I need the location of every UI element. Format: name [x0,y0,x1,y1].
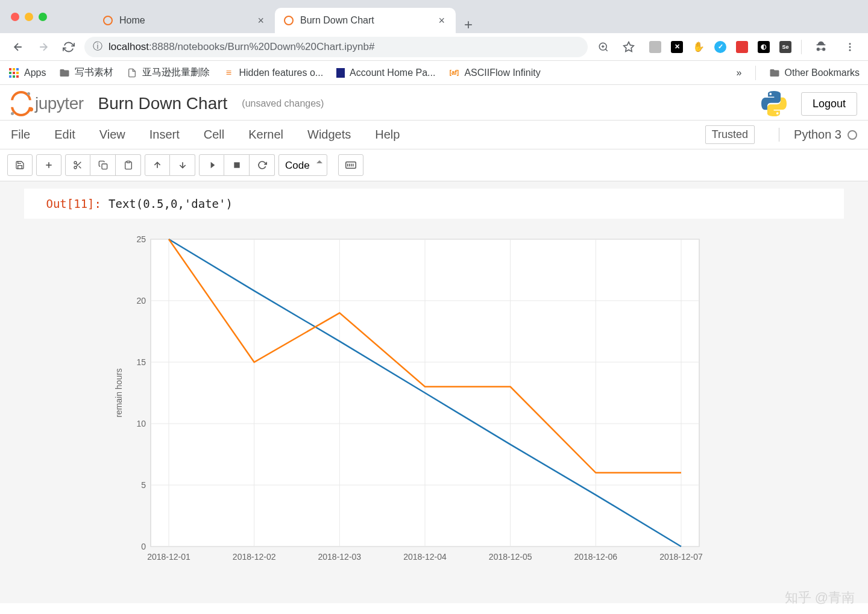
move-down-button[interactable] [170,154,195,176]
toolbar: Code [0,149,868,181]
save-button[interactable] [7,154,33,176]
svg-rect-9 [13,68,15,70]
python-logo-icon [761,91,787,116]
tab-title: Burn Down Chart [300,15,430,26]
notebook-area: Out[11]: Text(0.5,0,'date') 051015202520… [0,181,868,603]
extension-icon[interactable]: Se [779,41,791,53]
extension-icon[interactable]: ✓ [714,41,726,53]
divider [755,66,756,80]
cell-type-select-wrap: Code [278,154,327,176]
tab-close-icon[interactable]: × [436,13,447,28]
cut-button[interactable] [65,154,90,176]
kernel-indicator[interactable]: Python 3 [779,128,857,142]
close-window-icon[interactable] [11,13,19,21]
menu-view[interactable]: View [99,128,125,142]
extension-icon[interactable]: ◐ [758,41,770,53]
svg-line-22 [79,166,81,169]
extension-icon[interactable] [649,41,661,53]
url-text: localhost:8888/notebooks/Burn%20Down%20C… [108,41,374,53]
forward-button[interactable] [34,37,53,57]
svg-rect-28 [234,162,239,168]
incognito-icon[interactable] [811,37,831,57]
svg-rect-10 [16,68,19,70]
svg-text:2018-12-07: 2018-12-07 [659,552,703,562]
bookmark-item[interactable]: Account Home Pa... [336,67,435,78]
bookmark-item[interactable]: 写书素材 [59,66,113,79]
svg-point-5 [849,43,851,45]
menu-file[interactable]: File [11,128,30,142]
add-cell-button[interactable] [36,154,61,176]
zoom-icon[interactable] [594,37,613,57]
bookmark-label: ASCIIFlow Infinity [464,67,540,78]
reload-button[interactable] [59,37,78,57]
svg-text:25: 25 [136,234,146,244]
jupyter-favicon-icon [102,15,113,26]
site-info-icon[interactable]: ⓘ [93,40,102,53]
svg-text:2018-12-02: 2018-12-02 [233,552,276,562]
command-palette-button[interactable] [338,154,363,176]
svg-text:5: 5 [141,480,146,490]
copy-button[interactable] [90,154,116,176]
svg-rect-25 [127,161,130,163]
minimize-window-icon[interactable] [25,13,33,21]
bookmark-item[interactable]: 亚马逊批量删除 [127,66,210,79]
svg-rect-24 [102,164,107,169]
paste-button[interactable] [116,154,141,176]
svg-rect-8 [9,68,11,70]
svg-marker-4 [624,42,634,51]
folder-icon [59,67,70,78]
menu-kernel[interactable]: Kernel [248,128,283,142]
svg-text:2018-12-03: 2018-12-03 [318,552,362,562]
svg-rect-15 [13,75,15,78]
browser-tab-notebook[interactable]: Burn Down Chart × [275,8,456,33]
tab-strip: Home × Burn Down Chart × + [94,0,481,33]
menu-cell[interactable]: Cell [204,128,224,142]
menu-widgets[interactable]: Widgets [307,128,351,142]
extension-icon[interactable]: ✋ [693,41,705,53]
apps-icon [8,67,19,78]
run-button[interactable] [199,154,224,176]
bookmark-item[interactable]: ≡ Hidden features o... [223,67,323,78]
svg-rect-12 [13,72,15,74]
restart-button[interactable] [250,154,275,176]
page-icon [336,68,345,78]
folder-icon [769,67,780,78]
bookmark-item[interactable]: [af] ASCIIFlow Infinity [448,67,540,78]
title-bar: Home × Burn Down Chart × + [0,0,868,33]
interrupt-button[interactable] [224,154,250,176]
output-cell[interactable]: Out[11]: Text(0.5,0,'date') [24,189,844,219]
extension-icon[interactable]: ✕ [671,41,683,53]
extension-icon[interactable] [736,41,748,53]
apps-label: Apps [24,67,46,78]
svg-rect-11 [9,72,11,74]
browser-tab-home[interactable]: Home × [94,8,275,33]
menu-icon[interactable] [840,37,860,57]
logout-button[interactable]: Logout [801,92,857,116]
output-prompt: Out[11]: [24,193,108,214]
tab-close-icon[interactable]: × [255,13,266,28]
svg-point-6 [849,46,851,48]
maximize-window-icon[interactable] [39,13,47,21]
menu-help[interactable]: Help [375,128,400,142]
bookmarks-overflow[interactable]: » [737,67,742,78]
svg-text:10: 10 [136,419,146,428]
svg-rect-13 [16,72,19,74]
svg-text:15: 15 [136,357,146,367]
menu-edit[interactable]: Edit [54,128,75,142]
trusted-badge[interactable]: Trusted [705,125,755,144]
cell-type-select[interactable]: Code [278,154,327,176]
bookmark-star-icon[interactable] [619,37,638,57]
jupyter-logo[interactable]: jupyter [11,93,84,114]
svg-text:2018-12-05: 2018-12-05 [489,552,532,562]
menu-insert[interactable]: Insert [149,128,180,142]
new-tab-button[interactable]: + [456,16,481,33]
url-input[interactable]: ⓘ localhost:8888/notebooks/Burn%20Down%2… [84,37,588,57]
other-bookmarks[interactable]: Other Bookmarks [769,67,860,78]
svg-point-19 [74,161,77,164]
jupyter-logo-icon [11,93,31,114]
address-bar: ⓘ localhost:8888/notebooks/Burn%20Down%2… [0,33,868,61]
notebook-title[interactable]: Burn Down Chart [98,94,228,113]
apps-button[interactable]: Apps [8,67,46,78]
back-button[interactable] [8,37,28,57]
move-up-button[interactable] [145,154,170,176]
